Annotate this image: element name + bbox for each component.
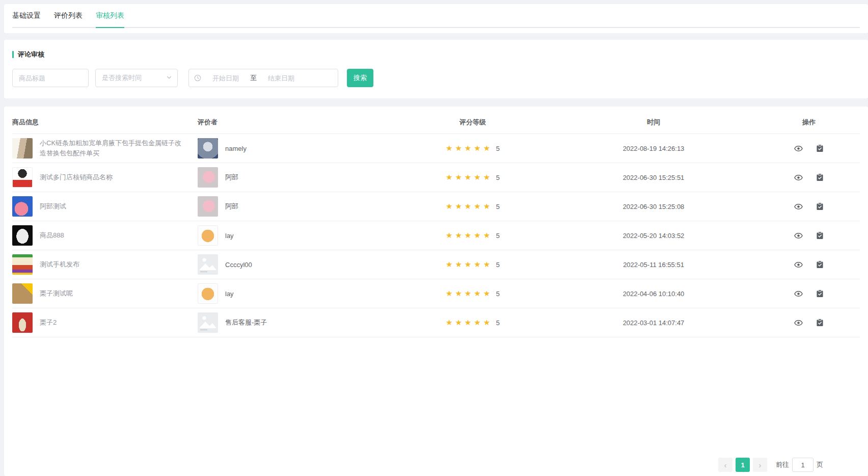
reviewer-name: lay — [225, 232, 234, 240]
section-title: 评论审核 — [12, 50, 860, 59]
reviewer-name: 阿部 — [225, 173, 238, 182]
header-rating: 评分等级 — [396, 118, 549, 127]
product-image — [12, 312, 33, 333]
audit-button[interactable] — [816, 144, 824, 152]
tab-bar: 基础设置 评价列表 审核列表 — [12, 11, 860, 28]
product-image — [12, 167, 33, 188]
product-title: 测试多门店核销商品名称 — [40, 172, 113, 182]
star-rating: ★★★★★ — [446, 318, 493, 327]
start-date-input[interactable] — [201, 74, 250, 82]
rating-value: 5 — [496, 290, 500, 298]
product-image — [12, 283, 33, 304]
clipboard-check-icon — [816, 321, 824, 328]
review-time: 2022-03-01 14:07:47 — [549, 319, 758, 327]
product-title-input[interactable] — [12, 69, 89, 87]
product-title: 测试手机发布 — [40, 259, 79, 270]
prev-page-button[interactable]: ‹ — [718, 458, 733, 472]
rating-value: 5 — [496, 232, 500, 240]
select-placeholder: 是否搜索时间 — [102, 73, 142, 83]
end-date-input[interactable] — [257, 74, 306, 82]
audit-button[interactable] — [816, 319, 824, 327]
reviewer-avatar — [198, 196, 218, 217]
table-row: 栗子测试呢 lay ★★★★★ 5 2022-04-06 10:10:40 — [12, 279, 860, 308]
star-rating: ★★★★★ — [446, 289, 493, 298]
reviewer-avatar — [198, 283, 218, 304]
table-row: 栗子2 售后客服-栗子 ★★★★★ 5 2022-03-01 14:07:47 — [12, 308, 860, 337]
product-title: 栗子测试呢 — [40, 288, 73, 299]
audit-button[interactable] — [816, 260, 824, 269]
table-row: 小CK链条加粗加宽单肩腋下包手提包金属链子改造替换包包配件单买 namely ★… — [12, 134, 860, 163]
comment-audit-card: 评论审核 是否搜索时间 至 搜索 — [4, 40, 868, 98]
rating-value: 5 — [496, 203, 500, 210]
eye-icon — [794, 234, 803, 242]
table-row: 测试多门店核销商品名称 阿部 ★★★★★ 5 2022-06-30 15:25:… — [12, 163, 860, 192]
audit-button[interactable] — [816, 173, 824, 181]
goto-label: 前往 — [776, 460, 789, 469]
date-range-picker[interactable]: 至 — [188, 69, 338, 87]
clipboard-check-icon — [816, 204, 824, 212]
review-time: 2022-08-19 14:26:13 — [549, 145, 758, 152]
review-time: 2022-05-20 14:03:52 — [549, 232, 758, 240]
tab-audit-list[interactable]: 审核列表 — [96, 11, 124, 27]
review-time: 2022-04-06 10:10:40 — [549, 290, 758, 298]
reviewer-avatar-placeholder — [198, 254, 218, 275]
tab-basic-settings[interactable]: 基础设置 — [12, 11, 41, 27]
star-rating: ★★★★★ — [446, 144, 493, 153]
title-accent-bar — [12, 51, 14, 58]
clipboard-check-icon — [816, 175, 824, 183]
star-rating: ★★★★★ — [446, 202, 493, 211]
eye-icon — [794, 205, 803, 213]
star-rating: ★★★★★ — [446, 173, 493, 182]
header-reviewer: 评价者 — [198, 118, 396, 127]
product-image — [12, 254, 33, 275]
clock-icon — [194, 74, 201, 82]
eye-icon — [794, 176, 803, 183]
table-row: 阿部测试 阿部 ★★★★★ 5 2022-06-30 15:25:08 — [12, 192, 860, 221]
view-button[interactable] — [794, 144, 803, 153]
eye-icon — [794, 321, 803, 329]
reviewer-name: 阿部 — [225, 202, 238, 211]
product-title: 栗子2 — [40, 318, 57, 328]
time-search-select[interactable]: 是否搜索时间 — [95, 69, 178, 87]
eye-icon — [794, 263, 803, 271]
section-title-text: 评论审核 — [18, 50, 44, 59]
audit-button[interactable] — [816, 289, 824, 298]
clipboard-check-icon — [816, 262, 824, 270]
tabs-card: 基础设置 评价列表 审核列表 — [4, 4, 868, 33]
next-page-button[interactable]: › — [753, 458, 767, 472]
product-title: 小CK链条加粗加宽单肩腋下包手提包金属链子改造替换包包配件单买 — [40, 138, 184, 158]
audit-button[interactable] — [816, 202, 824, 210]
page-1-button[interactable]: 1 — [736, 458, 750, 472]
view-button[interactable] — [794, 289, 803, 298]
product-image — [12, 138, 33, 158]
pagination: ‹ 1 › 前往 页 — [717, 458, 823, 472]
rating-value: 5 — [496, 261, 500, 269]
reviewer-avatar-placeholder — [198, 312, 218, 333]
search-button[interactable]: 搜索 — [347, 69, 373, 87]
reviewer-avatar — [198, 225, 218, 246]
table-header-row: 商品信息 评价者 评分等级 时间 操作 — [12, 111, 860, 134]
audit-table-card: 商品信息 评价者 评分等级 时间 操作 小CK链条加粗加宽单肩腋下包手提包金属链… — [4, 107, 868, 476]
tab-review-list[interactable]: 评价列表 — [54, 11, 83, 27]
product-title: 阿部测试 — [40, 201, 66, 211]
eye-icon — [794, 292, 803, 300]
reviewer-avatar — [198, 138, 218, 158]
view-button[interactable] — [794, 319, 803, 327]
star-rating: ★★★★★ — [446, 260, 493, 269]
reviewer-name: lay — [225, 290, 234, 298]
goto-page-input[interactable] — [792, 458, 813, 472]
reviewer-name: namely — [225, 145, 247, 152]
view-button[interactable] — [794, 202, 803, 211]
view-button[interactable] — [794, 173, 803, 182]
table-row: 商品888 lay ★★★★★ 5 2022-05-20 14:03:52 — [12, 221, 860, 250]
view-button[interactable] — [794, 260, 803, 269]
clipboard-check-icon — [816, 233, 824, 241]
product-title: 商品888 — [40, 230, 64, 241]
view-button[interactable] — [794, 231, 803, 240]
review-time: 2022-06-30 15:25:51 — [549, 174, 758, 181]
date-range-to-label: 至 — [250, 73, 257, 83]
audit-button[interactable] — [816, 231, 824, 240]
star-rating: ★★★★★ — [446, 231, 493, 240]
reviewer-name: Ccccyl00 — [225, 261, 252, 269]
table-row: 测试手机发布 Ccccyl00 ★★★★★ 5 2022-05-11 16:55… — [12, 250, 860, 279]
